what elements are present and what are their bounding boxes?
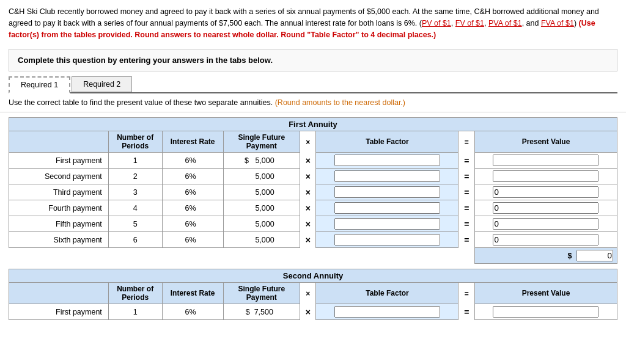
row-times: × — [300, 153, 316, 169]
row-payment: 5,000 — [223, 216, 300, 232]
header-empty — [9, 131, 109, 153]
row-times: × — [300, 169, 316, 184]
complete-box-text: Complete this question by entering your … — [18, 56, 273, 65]
present-value-input[interactable] — [493, 202, 598, 214]
row-periods: 3 — [108, 184, 162, 200]
second-annuity-table: Second Annuity Number ofPeriods Interest… — [9, 269, 617, 320]
row-present-value[interactable] — [474, 304, 617, 320]
row-equals: = — [458, 304, 475, 320]
row-payment: $ 7,500 — [223, 304, 300, 320]
intro-text-part2: ) — [574, 19, 579, 27]
header2-equals: = — [458, 283, 475, 304]
table-factor-input[interactable] — [334, 306, 440, 318]
pv-link[interactable]: PV of $1 — [422, 19, 451, 27]
header-equals: = — [458, 131, 475, 153]
row-equals: = — [458, 216, 475, 232]
row-table-factor[interactable] — [316, 200, 458, 216]
row-rate: 6% — [162, 304, 223, 320]
table-factor-input[interactable] — [334, 202, 440, 214]
comma2: , — [484, 19, 488, 27]
first-annuity-row: Sixth payment 6 6% 5,000 × = — [9, 232, 617, 248]
row-equals: = — [458, 169, 475, 184]
total-dollar: $ — [568, 252, 572, 260]
table-factor-input[interactable] — [334, 186, 440, 198]
row-periods: 5 — [108, 216, 162, 232]
row-table-factor[interactable] — [316, 304, 458, 320]
present-value-input[interactable] — [493, 218, 598, 230]
fv-link[interactable]: FV of $1 — [455, 19, 484, 27]
complete-box: Complete this question by entering your … — [9, 49, 617, 71]
header2-payment: Single FuturePayment — [223, 283, 300, 304]
first-annuity-title: First Annuity — [9, 118, 617, 131]
row-equals: = — [458, 153, 475, 169]
second-annuity-section: Second Annuity Number ofPeriods Interest… — [9, 269, 617, 320]
row-rate: 6% — [162, 153, 223, 169]
row-present-value[interactable] — [474, 216, 617, 232]
header-rate: Interest Rate — [162, 131, 223, 153]
row-present-value[interactable] — [474, 169, 617, 184]
comma3: , and — [522, 19, 541, 27]
table-factor-input[interactable] — [334, 234, 440, 246]
row-equals: = — [458, 232, 475, 248]
present-value-input[interactable] — [493, 170, 598, 182]
present-value-input[interactable] — [493, 155, 598, 166]
header-times: × — [300, 131, 316, 153]
header2-periods: Number ofPeriods — [108, 283, 162, 304]
row-payment: 5,000 — [223, 169, 300, 184]
row-payment: $ 5,000 — [223, 153, 300, 169]
tab-required2[interactable]: Required 2 — [72, 76, 132, 92]
row-table-factor[interactable] — [316, 169, 458, 184]
tab-required2-label: Required 2 — [83, 80, 120, 89]
row-payment: 5,000 — [223, 232, 300, 248]
row-periods: 6 — [108, 232, 162, 248]
tabs-container: Required 1 Required 2 — [9, 76, 617, 93]
first-annuity-row: Second payment 2 6% 5,000 × = — [9, 169, 617, 184]
header2-times: × — [300, 283, 316, 304]
row-periods: 4 — [108, 200, 162, 216]
header-payment: Single FuturePayment — [223, 131, 300, 153]
first-annuity-total-row: $ — [9, 248, 617, 264]
tab-required1-label: Required 1 — [21, 81, 58, 89]
present-value-input[interactable] — [493, 186, 598, 198]
present-value-input[interactable] — [493, 306, 598, 318]
total-value: $ — [474, 248, 617, 264]
row-rate: 6% — [162, 216, 223, 232]
row-payment: 5,000 — [223, 184, 300, 200]
row-rate: 6% — [162, 200, 223, 216]
present-value-input[interactable] — [493, 234, 598, 246]
row-table-factor[interactable] — [316, 153, 458, 169]
page-container: C&H Ski Club recently borrowed money and… — [0, 0, 626, 320]
second-annuity-row: First payment 1 6% $ 7,500 × = — [9, 304, 617, 320]
row-present-value[interactable] — [474, 153, 617, 169]
header-periods: Number ofPeriods — [108, 131, 162, 153]
table-factor-input[interactable] — [334, 218, 440, 230]
tab-required1[interactable]: Required 1 — [9, 76, 70, 93]
row-label: First payment — [9, 304, 109, 320]
instruction-note: (Round amounts to the nearest dollar.) — [275, 98, 405, 107]
header-present-value: Present Value — [474, 131, 617, 153]
table-factor-input[interactable] — [334, 155, 440, 166]
row-table-factor[interactable] — [316, 216, 458, 232]
row-present-value[interactable] — [474, 184, 617, 200]
row-label: Third payment — [9, 184, 109, 200]
row-present-value[interactable] — [474, 200, 617, 216]
row-table-factor[interactable] — [316, 232, 458, 248]
row-times: × — [300, 200, 316, 216]
row-periods: 2 — [108, 169, 162, 184]
pva-link[interactable]: PVA of $1 — [488, 19, 522, 27]
first-annuity-row: First payment 1 6% $ 5,000 × = — [9, 153, 617, 169]
table-factor-input[interactable] — [334, 170, 440, 182]
row-equals: = — [458, 184, 475, 200]
instruction-main: Use the correct table to find the presen… — [9, 98, 273, 107]
row-times: × — [300, 216, 316, 232]
row-payment: 5,000 — [223, 200, 300, 216]
row-label: Second payment — [9, 169, 109, 184]
row-periods: 1 — [108, 304, 162, 320]
fva-link[interactable]: FVA of $1 — [541, 19, 574, 27]
row-present-value[interactable] — [474, 232, 617, 248]
total-input[interactable] — [576, 250, 613, 261]
first-annuity-row: Fourth payment 4 6% 5,000 × = — [9, 200, 617, 216]
row-table-factor[interactable] — [316, 184, 458, 200]
total-equals — [458, 248, 475, 264]
row-label: First payment — [9, 153, 109, 169]
